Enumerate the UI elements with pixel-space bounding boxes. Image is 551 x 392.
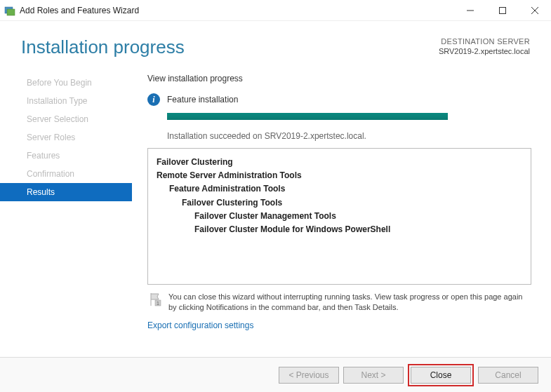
maximize-button[interactable]: [486, 0, 519, 21]
feature-item: Remote Server Administration Tools: [157, 169, 522, 182]
status-row: i Feature installation: [147, 93, 531, 106]
svg-rect-1: [7, 9, 15, 15]
status-text: Feature installation: [167, 95, 238, 104]
sidebar: Before You Begin Installation Type Serve…: [0, 69, 132, 346]
feature-item: Feature Administration Tools: [169, 182, 522, 196]
body: Before You Begin Installation Type Serve…: [0, 62, 551, 346]
destination-label: DESTINATION SERVER: [439, 36, 530, 46]
sidebar-item-before-you-begin: Before You Begin: [0, 74, 132, 92]
title-bar: Add Roles and Features Wizard: [0, 0, 551, 21]
export-config-link[interactable]: Export configuration settings: [147, 320, 531, 330]
info-icon: i: [147, 93, 160, 106]
progress-header: View installation progress: [147, 74, 531, 83]
close-button[interactable]: Close: [411, 367, 471, 384]
sidebar-item-server-roles: Server Roles: [0, 128, 132, 147]
feature-item: Failover Cluster Management Tools: [194, 210, 522, 223]
window-controls: [454, 0, 551, 21]
feature-item: Failover Cluster Module for Windows Powe…: [194, 223, 522, 236]
feature-list-box: Failover Clustering Remote Server Admini…: [147, 148, 531, 285]
next-button: Next >: [343, 367, 404, 384]
main-panel: View installation progress i Feature ins…: [132, 69, 551, 346]
header: Installation progress DESTINATION SERVER…: [0, 21, 551, 62]
progress-bar: [167, 113, 448, 120]
window-title: Add Roles and Features Wizard: [20, 6, 454, 15]
minimize-button[interactable]: [454, 0, 486, 21]
sidebar-item-installation-type: Installation Type: [0, 92, 132, 110]
feature-item: Failover Clustering: [157, 156, 522, 169]
app-icon: [4, 5, 15, 16]
hint-text: You can close this wizard without interr…: [168, 292, 531, 313]
hint-row: 1 You can close this wizard without inte…: [147, 292, 531, 313]
footer: < Previous Next > Close Cancel: [0, 357, 551, 392]
sidebar-item-results[interactable]: Results: [0, 183, 132, 201]
page-title: Installation progress: [21, 36, 185, 58]
previous-button: < Previous: [279, 367, 339, 384]
close-highlight: Close: [408, 364, 474, 386]
svg-text:1: 1: [157, 301, 159, 306]
destination-server: SRV2019-2.xpertstec.local: [439, 46, 530, 56]
svg-rect-3: [500, 7, 506, 13]
flag-icon: 1: [147, 292, 163, 307]
destination-block: DESTINATION SERVER SRV2019-2.xpertstec.l…: [439, 36, 530, 57]
close-window-button[interactable]: [519, 0, 551, 21]
sidebar-item-confirmation: Confirmation: [0, 165, 132, 183]
cancel-button: Cancel: [478, 367, 538, 384]
sidebar-item-server-selection: Server Selection: [0, 110, 132, 128]
sidebar-item-features: Features: [0, 147, 132, 165]
feature-item: Failover Clustering Tools: [182, 196, 522, 210]
install-succeeded-text: Installation succeeded on SRV2019-2.xper…: [167, 131, 531, 141]
